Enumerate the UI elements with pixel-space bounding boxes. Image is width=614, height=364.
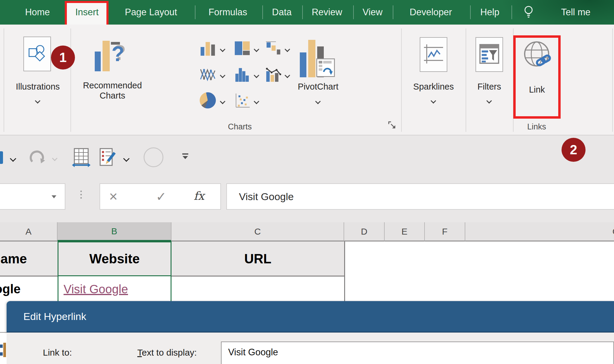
- chevron-down-icon[interactable]: [285, 47, 290, 51]
- step-badge-2: 2: [562, 138, 586, 162]
- cell-a2-value: Google: [0, 282, 21, 296]
- charts-dialog-launcher-icon[interactable]: [387, 120, 398, 132]
- sparklines-button[interactable]: [420, 37, 447, 72]
- tab-help[interactable]: Help: [476, 0, 504, 25]
- combo-chart-button[interactable]: [265, 66, 282, 84]
- cell-fragment: [3, 343, 6, 357]
- group-separator: [466, 28, 466, 132]
- column-header-e[interactable]: E: [385, 222, 425, 241]
- group-separator: [4, 28, 4, 132]
- filter-icon: [479, 44, 499, 65]
- pie-chart-button[interactable]: [200, 92, 216, 108]
- chevron-down-icon[interactable]: [487, 99, 492, 102]
- customize-qat-icon[interactable]: [182, 153, 188, 159]
- chevron-down-icon[interactable]: [254, 99, 259, 103]
- form-dropdown-icon[interactable]: [124, 156, 129, 160]
- column-header-a[interactable]: A: [0, 222, 58, 241]
- question-mark-icon: ?: [112, 42, 124, 66]
- cell-a1[interactable]: Name: [0, 241, 58, 276]
- chevron-down-icon[interactable]: [431, 99, 436, 102]
- column-header-f[interactable]: F: [425, 222, 465, 241]
- grid-border: [344, 241, 345, 301]
- cancel-icon[interactable]: ×: [109, 188, 118, 205]
- text-to-display-input[interactable]: Visit Google: [221, 342, 614, 364]
- sparklines-icon: [423, 43, 444, 66]
- column-header-b[interactable]: B: [58, 222, 171, 241]
- formula-bar-input[interactable]: Visit Google: [226, 183, 614, 210]
- tab-tell-me[interactable]: Tell me: [553, 0, 599, 25]
- group-separator: [612, 28, 613, 132]
- histogram-chart-button[interactable]: [234, 66, 250, 84]
- chevron-down-icon[interactable]: [220, 47, 225, 51]
- formula-bar-value: Visit Google: [239, 191, 294, 203]
- tab-separator: [470, 5, 471, 19]
- chevron-down-icon[interactable]: [254, 73, 259, 77]
- edit-hyperlink-dialog-titlebar[interactable]: Edit Hyperlink: [7, 301, 614, 333]
- tab-separator: [393, 5, 393, 19]
- column-chart-button[interactable]: [200, 40, 216, 58]
- text-to-display-label: Text to display:: [137, 348, 197, 358]
- excel-window: Home Insert Page Layout Formulas Data Re…: [0, 0, 614, 364]
- cell-fragment: [0, 345, 3, 348]
- link-button[interactable]: [522, 40, 553, 73]
- selection-border-b1: [58, 241, 171, 276]
- lightbulb-icon: [523, 5, 534, 21]
- undo-dropdown-icon[interactable]: [10, 156, 16, 160]
- column-header-c[interactable]: C: [171, 222, 344, 241]
- chevron-down-icon[interactable]: [35, 99, 40, 102]
- text-to-display-value: Visit Google: [228, 347, 278, 358]
- charts-group-label: Charts: [210, 122, 270, 132]
- chevron-down-icon[interactable]: [315, 99, 321, 103]
- line-chart-button[interactable]: [200, 66, 216, 84]
- enter-icon[interactable]: ✓: [156, 189, 166, 204]
- tab-review[interactable]: Review: [307, 0, 347, 25]
- chevron-down-icon[interactable]: [285, 73, 290, 77]
- tab-page-layout[interactable]: Page Layout: [114, 0, 188, 25]
- link-to-label: Link to:: [43, 348, 72, 358]
- tab-view[interactable]: View: [358, 0, 387, 25]
- form-edit-icon[interactable]: [98, 148, 116, 168]
- chevron-down-icon[interactable]: [220, 99, 225, 103]
- name-box[interactable]: [0, 183, 65, 210]
- links-group-label: Links: [507, 122, 567, 132]
- pivotchart-button[interactable]: [300, 40, 336, 77]
- redo-icon[interactable]: [29, 149, 46, 167]
- chevron-down-icon[interactable]: [220, 73, 225, 77]
- tab-developer[interactable]: Developer: [398, 0, 464, 25]
- illustrations-button[interactable]: [23, 37, 51, 71]
- cell-c1-value: URL: [244, 251, 271, 266]
- chevron-down-icon[interactable]: [254, 47, 259, 51]
- insert-function-icon[interactable]: fx: [194, 189, 204, 203]
- waterfall-chart-button[interactable]: [265, 40, 282, 58]
- column-header-d[interactable]: D: [344, 222, 385, 241]
- cell-a2[interactable]: Google: [0, 276, 58, 302]
- pivotchart-icon-bar: [308, 40, 315, 77]
- tab-separator: [262, 5, 263, 19]
- autofit-column-icon[interactable]: [71, 148, 91, 168]
- cell-c1[interactable]: URL: [171, 241, 344, 276]
- pivotchart-label: PivotChart: [288, 81, 348, 92]
- recommended-charts-label: Recommended Charts: [77, 80, 148, 101]
- row-gridline-fragment: [0, 332, 7, 333]
- formula-bar-grip[interactable]: [80, 189, 82, 200]
- pivotchart-icon-sheet: [316, 58, 335, 77]
- tab-separator: [353, 5, 354, 19]
- name-box-dropdown-icon[interactable]: [52, 195, 56, 198]
- tab-formulas[interactable]: Formulas: [200, 0, 256, 25]
- undo-icon[interactable]: [0, 151, 3, 164]
- shape-circle-icon[interactable]: [144, 147, 163, 167]
- grid-border: [0, 276, 58, 277]
- filters-button[interactable]: [475, 37, 503, 72]
- group-separator: [70, 28, 71, 132]
- redo-dropdown-icon[interactable]: [52, 156, 58, 160]
- hierarchy-chart-button[interactable]: [234, 40, 250, 58]
- tab-separator: [302, 5, 303, 19]
- grid-border: [171, 276, 345, 277]
- column-header-g[interactable]: G: [465, 222, 614, 241]
- dialog-title: Edit Hyperlink: [23, 311, 86, 322]
- selection-border-b2: [58, 275, 171, 303]
- tab-data[interactable]: Data: [268, 0, 296, 25]
- tab-home[interactable]: Home: [19, 0, 56, 25]
- step-badge-1: 1: [51, 46, 75, 70]
- scatter-chart-button[interactable]: [234, 92, 250, 110]
